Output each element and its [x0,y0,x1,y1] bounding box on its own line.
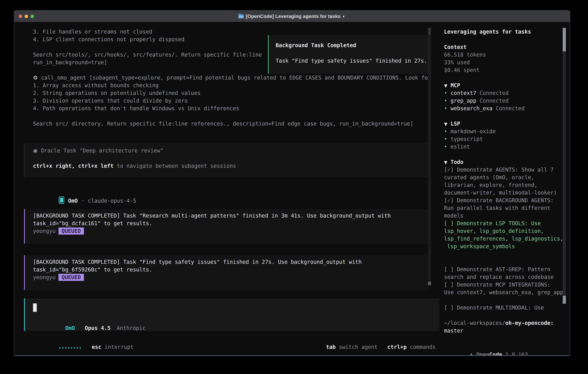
workspace-info: ~/local-workspaces/oh-my-opencode: maste… [444,319,554,334]
todo-item-done: [✓] Demonstrate BACKGROUND AGENTS: Run p… [444,197,570,219]
oracle-task-box[interactable]: ◉ Oracle Task "Deep architecture review"… [24,143,428,177]
status-badge: QUEUED [58,274,84,281]
lsp-name: eslint [451,144,470,150]
mcp-heading-row[interactable]: ▼MCP [444,82,525,89]
active-model-label: Opus 4.5 [85,325,111,331]
status-dot-icon: • [444,143,451,151]
message-author: yeongyu [33,274,56,280]
close-button[interactable] [19,15,22,18]
todo-item-pending: [ ] Demonstrate MULTIMODAL: Use [444,304,570,312]
text-cursor [33,303,37,312]
transcript-line: 3. File handles or streams not closed [33,28,262,36]
tab-key-hint: tab [326,344,336,350]
tool-call-item: 2. String operations on potentially unde… [33,89,431,97]
app-name-bold: Code [489,352,502,356]
app-version-number: 1.0.163 [505,352,528,356]
tab-key-label: switch agent [339,344,378,350]
status-right: tab switch agent ctrl+p commands [294,335,436,343]
traffic-lights [19,10,34,22]
workspace-branch: master [444,327,554,334]
separator-dot: · [81,198,84,204]
lsp-item: •markdown-oxide [444,128,496,135]
mcp-name: websearch_exa [451,105,493,112]
sidebar-scrollbar-thumb-top[interactable] [563,28,566,51]
status-dot-icon: • [444,135,451,143]
agent-name: OmO [68,198,78,204]
chevron-down-icon[interactable]: ▼ [444,82,451,90]
chevron-down-icon[interactable]: ▼ [444,120,451,128]
mcp-status: Connected [496,105,525,112]
esc-key-hint: esc [92,344,101,350]
desktop: [OpenCode] Leveraging agents for tasks ◐… [0,0,588,374]
message-line: task_id="bg_dcfac161" to get results. [33,219,428,227]
sidebar-session-title: Leveraging agents for tasks [444,28,531,36]
message-line: [BACKGROUND TASK COMPLETED] Task "Find t… [33,258,428,266]
titlebar[interactable]: [OpenCode] Leveraging agents for tasks ◐ [14,10,570,22]
gear-icon: ⚙ [33,75,38,81]
main-scrollbar-track[interactable] [428,28,431,285]
prompt-input[interactable]: OmO Opus 4.5 Anthropic [24,298,439,331]
folder-icon [238,14,244,18]
background-task-message[interactable]: [BACKGROUND TASK COMPLETED] Task "Find t… [24,255,428,290]
mcp-name: grep_app [451,98,476,104]
tool-call-block: ⚙ call_omo_agent [subagent_type=explore,… [33,74,431,128]
context-spent: $0.46 spent [444,66,486,74]
lsp-heading-row[interactable]: ▼LSP [444,120,496,128]
transcript-intro: 3. File handles or streams not closed 4.… [33,28,262,66]
active-agent-label: OmO [65,325,75,331]
workspace-path-prefix: ~/local-workspaces/ [444,320,505,326]
context-tokens: 66,518 tokens [444,51,486,59]
main-scrollbar-thumb-top[interactable] [428,28,431,35]
tool-call-text: call_omo_agent [subagent_type=explore, p… [41,75,431,81]
tool-call-tail: Search src/ directory. Return specific f… [33,120,431,128]
oracle-task-title: Oracle Task "Deep architecture review" [41,147,163,154]
workspace-path: ~/local-workspaces/oh-my-opencode: [444,319,554,327]
commands-key-label: commands [410,344,436,350]
lsp-item: •typescript [444,135,496,143]
mcp-status: Connected [480,90,509,96]
lsp-heading: LSP [451,121,460,127]
keybind-hint: ctrl+x right, ctrl+x left [33,163,114,169]
window-title-group: [OpenCode] Leveraging agents for tasks ◐ [238,13,346,19]
tool-call-item: 1. Array access without bounds checking [33,82,431,89]
lsp-name: typescript [451,136,483,142]
record-circle-icon: ◉ [33,147,38,154]
app-version-row: •OpenCode 1.0.163 [444,343,528,351]
mcp-item: •grep_app Connected [444,97,525,104]
todo-heading-row[interactable]: ▼Todo [444,158,463,166]
session-state-icon: ◐ [343,13,346,19]
status-dot-icon: • [444,104,451,112]
todo-item-pending: [ ] Demonstrate MCP INTEGRATIONS: Use co… [444,281,570,296]
background-task-toast: Background Task Completed Task "Find typ… [268,35,430,74]
minimize-button[interactable] [25,15,28,18]
chevron-down-icon[interactable]: ▼ [444,158,451,166]
status-left: esc interrupt [27,335,134,343]
transcript-line [33,43,262,51]
oracle-task-hint: ctrl+x right, ctrl+x left to navigate be… [33,162,236,170]
status-dot-icon: • [444,97,451,104]
status-dot-icon: • [444,128,451,135]
mcp-name: context7 [451,90,476,96]
toast-title: Background Task Completed [276,42,356,49]
message-line: [BACKGROUND TASK COMPLETED] Task "Resear… [33,212,428,219]
message-author: yeongyu [33,228,56,234]
main-scrollbar-thumb-bottom[interactable] [428,282,431,285]
terminal-window: [OpenCode] Leveraging agents for tasks ◐… [14,10,570,356]
context-heading: Context [444,43,486,51]
zoom-button[interactable] [31,15,34,18]
agent-header: OmO·claude-opus-4-5 [33,189,136,197]
tool-call-item: 3. Division operations that could divide… [33,97,431,104]
background-task-message[interactable]: [BACKGROUND TASK COMPLETED] Task "Resear… [24,209,428,244]
sidebar-scrollbar-thumb-bottom[interactable] [563,296,566,304]
model-indicator: OmO Opus 4.5 Anthropic [33,317,146,324]
sidebar-mcp-section: ▼MCP •context7 Connected •grep_app Conne… [444,82,525,112]
transcript-line: 4. LSP client connections not properly d… [33,36,262,43]
mcp-heading: MCP [451,82,460,89]
commands-key-hint: ctrl+p [387,344,407,350]
workspace-repo: oh-my-opencode: [505,320,554,326]
sidebar-scrollbar-track[interactable] [563,28,566,304]
lsp-name: markdown-oxide [451,128,496,135]
sidebar-context-section: Context 66,518 tokens 33% used $0.46 spe… [444,43,486,74]
message-meta: yeongyuQUEUED [33,227,428,235]
message-meta: yeongyuQUEUED [33,273,428,281]
